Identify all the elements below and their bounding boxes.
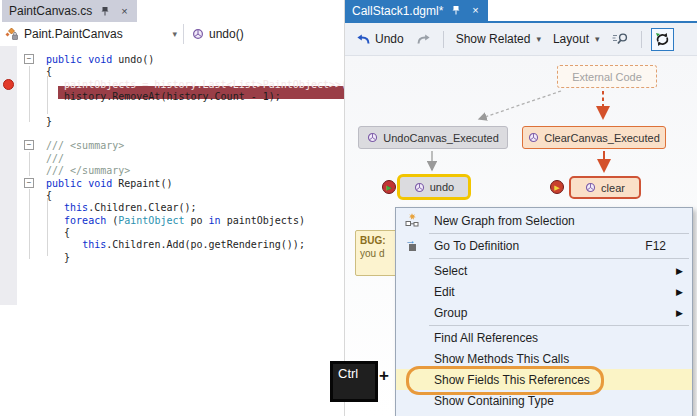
breakpoint-indicator[interactable] xyxy=(3,79,14,90)
plus-sign: + xyxy=(379,366,389,386)
graph-tab-bar: CallStack1.dgml* × xyxy=(345,0,697,21)
highlight-annotation-ring xyxy=(406,366,604,395)
code-line: } xyxy=(46,252,70,264)
code-line: { xyxy=(46,190,52,202)
node-label: UndoCanvas_Executed xyxy=(383,132,499,144)
bug-note-line1: BUG: xyxy=(360,235,386,246)
menu-item-label: Select xyxy=(434,264,467,278)
close-icon[interactable]: × xyxy=(469,5,481,17)
undo-icon xyxy=(356,33,371,46)
code-area[interactable]: public void undo(){ paintObjects = histo… xyxy=(0,46,344,308)
menu-item-label: Show Methods This Calls xyxy=(434,352,569,366)
menu-item-label: Find All References xyxy=(434,331,538,345)
layout-label: Layout xyxy=(553,32,589,46)
layout-dropdown[interactable]: Layout ▾ xyxy=(550,30,603,48)
tab-title: PaintCanvas.cs xyxy=(9,4,92,18)
code-line: /// xyxy=(46,153,64,165)
show-related-label: Show Related xyxy=(456,32,531,46)
graph-toolbar: Undo Show Related ▾ Layout ▾ xyxy=(345,23,697,56)
chevron-down-icon: ▾ xyxy=(595,34,600,44)
submenu-arrow-icon: ▶ xyxy=(676,308,683,318)
node-label: undo xyxy=(430,181,454,193)
node-undocanvas-executed[interactable]: UndoCanvas_Executed xyxy=(358,126,508,149)
zoom-button[interactable] xyxy=(609,30,632,48)
node-undo[interactable]: undo xyxy=(397,174,471,200)
code-line: { xyxy=(46,227,70,239)
current-statement-badge: ▶ xyxy=(382,180,396,194)
code-line: this.Children.Clear(); xyxy=(46,202,197,214)
sync-icon xyxy=(655,32,670,47)
menu-item-group[interactable]: Group▶ xyxy=(396,302,692,323)
pin-icon[interactable] xyxy=(99,5,111,17)
indent-guide xyxy=(29,152,30,176)
visual-studio-screenshot: PaintCanvas.cs × Paint.PaintCanvas xyxy=(0,0,697,416)
menu-shortcut: F12 xyxy=(645,239,666,253)
show-related-dropdown[interactable]: Show Related ▾ xyxy=(453,30,544,48)
class-icon xyxy=(4,27,19,41)
fold-collapse-icon[interactable]: − xyxy=(24,54,34,64)
type-name: Paint.PaintCanvas xyxy=(24,27,123,41)
code-line: paintObjects = history.Last<List>PaintOb… xyxy=(46,79,344,91)
fold-collapse-icon[interactable]: − xyxy=(24,140,34,150)
member-dropdown[interactable]: undo() xyxy=(184,27,244,41)
undo-label: Undo xyxy=(375,32,404,46)
tab-title: CallStack1.dgml* xyxy=(352,4,443,18)
bug-note-line2: you d xyxy=(360,248,384,259)
ctrl-key-graphic: Ctrl xyxy=(330,361,378,402)
menu-item-new-graph-from-selection[interactable]: New Graph from Selection xyxy=(396,210,692,231)
zoom-icon xyxy=(612,32,629,46)
fold-collapse-icon[interactable]: − xyxy=(24,178,34,188)
menu-item-label: New Graph from Selection xyxy=(434,214,575,228)
code-line: } xyxy=(46,116,52,128)
menu-item-select[interactable]: Select▶ xyxy=(396,260,692,281)
code-line: /// <summary> xyxy=(46,140,124,152)
node-label: ClearCanvas_Executed xyxy=(544,132,660,144)
method-icon xyxy=(528,132,539,143)
toolbar-separator xyxy=(641,31,642,48)
redo-icon xyxy=(416,33,431,46)
indent-guide xyxy=(29,189,30,259)
tab-callstack-dgml[interactable]: CallStack1.dgml* × xyxy=(345,0,488,21)
editor-tab-bar: PaintCanvas.cs × xyxy=(0,0,344,22)
submenu-arrow-icon: ▶ xyxy=(676,266,683,276)
node-clear[interactable]: clear xyxy=(569,176,641,199)
menu-item-find-all-references[interactable]: Find All References xyxy=(396,327,692,348)
node-external-code[interactable]: External Code xyxy=(557,65,657,88)
redo-button[interactable] xyxy=(413,31,434,48)
ctrl-key-label: Ctrl xyxy=(338,366,358,381)
node-label: External Code xyxy=(572,71,642,83)
menu-item-label: Show Containing Type xyxy=(434,394,554,408)
toolbar-separator xyxy=(443,31,444,48)
tab-paintcanvas[interactable]: PaintCanvas.cs × xyxy=(2,0,137,22)
chevron-down-icon: ▾ xyxy=(536,34,541,44)
code-line: history.RemoveAt(history.Count - 1); xyxy=(46,91,281,103)
indent-guide xyxy=(29,66,30,122)
code-line: /// </summary> xyxy=(46,165,130,177)
close-icon[interactable]: × xyxy=(118,5,130,17)
new-graph-icon xyxy=(404,212,420,228)
code-editor-pane: PaintCanvas.cs × Paint.PaintCanvas xyxy=(0,0,344,308)
call-origin-badge: ▶ xyxy=(550,180,564,194)
method-icon xyxy=(367,132,378,143)
submenu-arrow-icon: ▶ xyxy=(676,287,683,297)
menu-item-go-to-definition[interactable]: →Go To DefinitionF12 xyxy=(396,235,692,256)
method-icon xyxy=(414,182,425,193)
menu-item-edit[interactable]: Edit▶ xyxy=(396,281,692,302)
menu-item-label: Edit xyxy=(434,285,455,299)
method-icon xyxy=(192,28,204,40)
menu-item-label: Group xyxy=(434,306,467,320)
code-line: public void undo() xyxy=(46,54,154,66)
code-line: public void Repaint() xyxy=(46,178,172,190)
navigation-bar: Paint.PaintCanvas ▾ undo() xyxy=(0,22,344,47)
member-name: undo() xyxy=(209,27,244,41)
chevron-down-icon: ▾ xyxy=(172,29,177,39)
node-clearcanvas-executed[interactable]: ClearCanvas_Executed xyxy=(522,126,666,149)
code-line: foreach (PaintObject po in paintObjects) xyxy=(46,215,305,227)
type-dropdown[interactable]: Paint.PaintCanvas ▾ xyxy=(0,27,183,41)
undo-button[interactable]: Undo xyxy=(353,30,407,48)
sync-toggle-button[interactable] xyxy=(651,28,674,51)
code-line: this.Children.Add(po.getRendering()); xyxy=(46,239,305,251)
pin-icon[interactable] xyxy=(450,5,462,17)
go-to-definition-icon: → xyxy=(404,237,420,253)
menu-item-label: Go To Definition xyxy=(434,239,519,253)
